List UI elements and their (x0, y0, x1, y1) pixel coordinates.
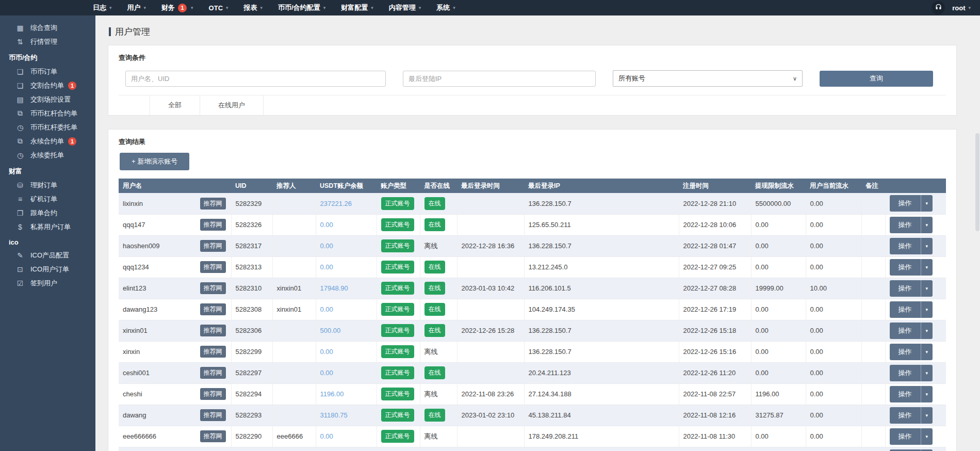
scrollbar-thumb[interactable] (975, 133, 979, 231)
referral-net-badge[interactable]: 推荐网 (200, 346, 226, 358)
page-title: 用户管理 (109, 26, 957, 38)
sidebar-item[interactable]: ❏ 交割合约单 1 (0, 78, 95, 92)
username-cell: qqq147推荐网 (119, 214, 231, 235)
usdt-balance-link[interactable]: 1196.00 (320, 390, 344, 398)
top-nav-item[interactable]: 系统 ▾ (429, 0, 463, 15)
support-button[interactable] (932, 1, 945, 14)
usdt-balance-link[interactable]: 500.00 (320, 327, 341, 334)
usdt-balance-link[interactable]: 0.00 (320, 221, 333, 229)
actions-cell: 操作▾ (885, 383, 946, 405)
sidebar-item[interactable]: ⧉ 币币杠杆合约单 (0, 106, 95, 120)
actions-cell: 操作▾ (885, 193, 946, 214)
action-button[interactable]: 操作 (890, 217, 921, 233)
action-dropdown-toggle[interactable]: ▾ (921, 323, 933, 339)
usdt-balance-link[interactable]: 0.00 (320, 348, 333, 356)
action-button[interactable]: 操作 (890, 449, 921, 451)
referral-net-badge[interactable]: 推荐网 (200, 282, 226, 294)
action-button[interactable]: 操作 (890, 195, 921, 212)
action-dropdown-toggle[interactable]: ▾ (921, 449, 933, 451)
usdt-balance-link[interactable]: 0.00 (320, 305, 333, 313)
referral-net-badge[interactable]: 推荐网 (200, 219, 226, 231)
action-dropdown-toggle[interactable]: ▾ (921, 238, 933, 254)
action-button[interactable]: 操作 (890, 386, 921, 402)
search-panel: 查询条件 所有账号 ∨ 查询 全部 在线用户 (108, 45, 957, 116)
action-dropdown-toggle[interactable]: ▾ (921, 280, 933, 297)
username-text: qqq147 (123, 221, 145, 229)
usdt-balance-link[interactable]: 0.00 (320, 242, 333, 250)
account-type-badge: 正式账号 (381, 388, 414, 400)
sidebar-item[interactable]: ⇅ 行情管理 (0, 35, 95, 49)
sidebar-item[interactable]: ☑ 签到用户 (0, 276, 95, 290)
referral-net-badge[interactable]: 推荐网 (200, 240, 226, 252)
referral-net-badge[interactable]: 推荐网 (200, 409, 226, 421)
filter-tab[interactable]: 全部 (150, 95, 200, 115)
usdt-balance-link[interactable]: 237221.26 (320, 200, 352, 207)
action-dropdown-toggle[interactable]: ▾ (921, 428, 933, 445)
action-button[interactable]: 操作 (890, 238, 921, 254)
sidebar-item[interactable]: ⧉ 永续合约单 1 (0, 134, 95, 148)
last-login-time-cell: 2023-01-02 23:10 (457, 405, 524, 426)
sidebar-item[interactable]: ❐ 跟单合约 (0, 206, 95, 220)
action-dropdown-toggle[interactable]: ▾ (921, 365, 933, 381)
user-menu[interactable]: root ▾ (952, 4, 971, 12)
actions-cell: 操作▾ (885, 447, 946, 451)
search-button[interactable]: 查询 (820, 71, 933, 87)
top-nav-item[interactable]: 财富配置 ▾ (333, 0, 381, 15)
sidebar-item[interactable]: ✎ ICO产品配置 (0, 248, 95, 262)
referral-net-badge[interactable]: 推荐网 (200, 367, 226, 379)
usdt-balance-link[interactable]: 0.00 (320, 263, 333, 271)
referral-net-badge[interactable]: 推荐网 (200, 325, 226, 336)
top-nav-item[interactable]: 内容管理 ▾ (381, 0, 429, 15)
sidebar-item[interactable]: ▦ 综合查询 (0, 21, 95, 35)
remark-cell (861, 405, 885, 426)
action-dropdown-toggle[interactable]: ▾ (921, 386, 933, 402)
usdt-balance-link[interactable]: 0.00 (320, 432, 333, 440)
referral-net-badge[interactable]: 推荐网 (200, 261, 226, 273)
referral-net-badge[interactable]: 推荐网 (200, 430, 226, 442)
action-button[interactable]: 操作 (890, 344, 921, 360)
top-nav-item[interactable]: OTC ▾ (201, 0, 236, 15)
action-button[interactable]: 操作 (890, 301, 921, 318)
sidebar-item[interactable]: ⊡ ICO用户订单 (0, 262, 95, 276)
action-dropdown-toggle[interactable]: ▾ (921, 301, 933, 318)
action-dropdown-toggle[interactable]: ▾ (921, 407, 933, 424)
top-nav-item[interactable]: 币币/合约配置 ▾ (270, 0, 333, 15)
add-demo-account-button[interactable]: + 新增演示账号 (120, 153, 189, 170)
usdt-balance-link[interactable]: 31180.75 (320, 411, 348, 419)
action-button[interactable]: 操作 (890, 323, 921, 339)
top-nav-item[interactable]: 用户 ▾ (120, 0, 154, 15)
action-button[interactable]: 操作 (890, 428, 921, 445)
balance-cell: 17948.90 (316, 278, 377, 299)
online-badge: 在线 (424, 409, 445, 422)
sidebar-item[interactable]: ≡ 矿机订单 (0, 192, 95, 206)
sidebar-item[interactable]: ⛁ 理财订单 (0, 178, 95, 192)
actions-cell: 操作▾ (885, 320, 946, 341)
action-dropdown-toggle[interactable]: ▾ (921, 259, 933, 276)
sidebar-item[interactable]: ◷ 永续委托单 (0, 148, 95, 162)
usdt-balance-link[interactable]: 0.00 (320, 369, 333, 377)
filter-tab[interactable]: 在线用户 (200, 95, 264, 115)
action-button[interactable]: 操作 (890, 259, 921, 276)
top-nav-item[interactable]: 报表 ▾ (236, 0, 271, 15)
referral-net-badge[interactable]: 推荐网 (200, 388, 226, 400)
action-dropdown-toggle[interactable]: ▾ (921, 195, 933, 212)
action-dropdown-toggle[interactable]: ▾ (921, 217, 933, 233)
top-nav-item[interactable]: 日志 ▾ (85, 0, 120, 15)
action-button[interactable]: 操作 (890, 407, 921, 424)
sidebar-item[interactable]: $ 私募用户订单 (0, 220, 95, 234)
top-nav-item[interactable]: 财务 1 ▾ (154, 0, 201, 15)
action-button[interactable]: 操作 (890, 365, 921, 381)
last-login-ip-input[interactable] (403, 71, 596, 87)
action-dropdown-toggle[interactable]: ▾ (921, 344, 933, 360)
referral-net-badge[interactable]: 推荐网 (200, 198, 226, 210)
sidebar-item[interactable]: ▤ 交割场控设置 (0, 92, 95, 106)
sidebar-item[interactable]: ❏ 币币订单 (0, 65, 95, 78)
last-login-ip-cell: 35.72.15.128 (524, 447, 679, 451)
referral-net-badge[interactable]: 推荐网 (200, 303, 226, 315)
sidebar-item[interactable]: ◷ 币币杠杆委托单 (0, 120, 95, 134)
account-type-select[interactable]: 所有账号 ∨ (613, 70, 803, 87)
copy-trade-file-icon: ❐ (15, 209, 25, 217)
usdt-balance-link[interactable]: 17948.90 (320, 284, 348, 292)
username-uid-input[interactable] (125, 71, 386, 87)
action-button[interactable]: 操作 (890, 280, 921, 297)
